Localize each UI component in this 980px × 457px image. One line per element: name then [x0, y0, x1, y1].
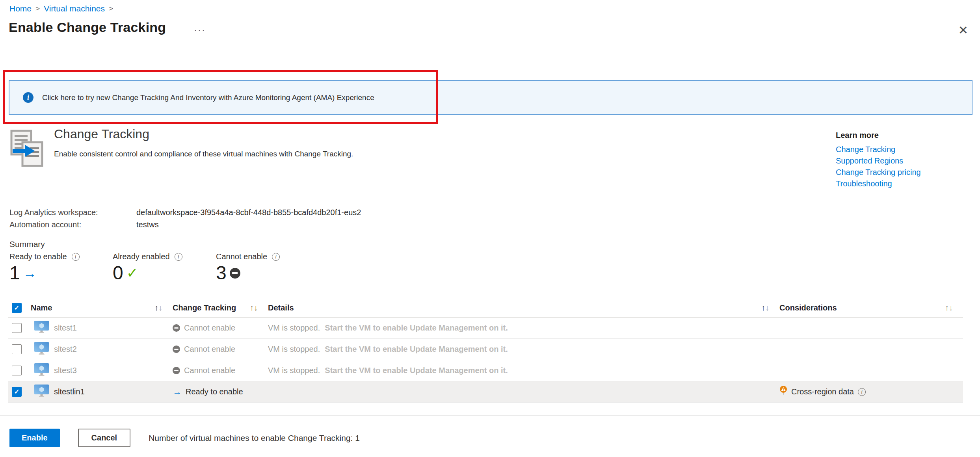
workspace-info: Log Analytics workspace: defaultworkspac…	[9, 206, 361, 231]
virtual-machine-icon	[34, 385, 49, 399]
learn-link-change-tracking-pricing[interactable]: Change Tracking pricing	[836, 167, 921, 178]
virtual-machine-icon	[34, 363, 49, 378]
log-analytics-workspace-value: defaultworkspace-3f954a4a-8cbf-448d-b855…	[136, 206, 361, 219]
enable-button[interactable]: Enable	[9, 429, 60, 447]
cross-region-warning-icon	[779, 386, 787, 398]
cannot-enable-icon	[173, 324, 180, 332]
info-icon[interactable]: i	[272, 253, 280, 261]
learn-more-panel: Learn more Change Tracking Supported Reg…	[836, 131, 921, 189]
virtual-machine-icon	[34, 321, 49, 336]
table-row-sltest3[interactable]: sltest3 Cannot enable VM is stopped. Sta…	[8, 360, 963, 381]
table-row-sltest1[interactable]: sltest1 Cannot enable VM is stopped. Sta…	[8, 318, 963, 339]
enabled-check-icon: ✓	[126, 266, 138, 280]
learn-more-title: Learn more	[836, 131, 921, 140]
change-tracking-status: Cannot enable	[184, 366, 235, 375]
table-row-sltestlin1[interactable]: ✓ sltestlin1 → Ready to enable Cross-reg…	[8, 381, 963, 403]
info-icon[interactable]: i	[175, 253, 182, 261]
more-options-icon[interactable]: ···	[194, 24, 206, 35]
change-tracking-status: Cannot enable	[184, 345, 235, 354]
change-tracking-status: Cannot enable	[184, 323, 235, 333]
info-icon[interactable]: i	[72, 253, 80, 261]
change-tracking-status: Ready to enable	[186, 387, 243, 396]
column-header-details[interactable]: Details	[268, 303, 294, 312]
summary-title: Summary	[9, 240, 45, 249]
column-header-considerations[interactable]: Considerations	[779, 303, 837, 312]
stat-cannot-value: 3	[216, 264, 227, 282]
table-row-sltest2[interactable]: sltest2 Cannot enable VM is stopped. Sta…	[8, 339, 963, 360]
footer-divider	[0, 415, 980, 416]
table-header-row: ✓ Name ↑↓ Change Tracking ↑↓ Details ↑↓ …	[8, 298, 963, 318]
section-description: Enable consistent control and compliance…	[54, 150, 353, 158]
consideration-text: Cross-region data	[791, 387, 854, 396]
close-icon[interactable]: ✕	[958, 24, 968, 36]
vm-name: sltestlin1	[54, 387, 85, 396]
details-text: VM is stopped.	[268, 366, 320, 375]
summary-stats: Ready to enable i 1 → Already enabled i …	[9, 252, 319, 282]
sort-icon[interactable]: ↑↓	[945, 303, 953, 312]
stat-cannot-enable: Cannot enable i 3	[216, 252, 319, 282]
sort-icon[interactable]: ↑↓	[250, 303, 258, 312]
row-checkbox[interactable]: ✓	[12, 387, 22, 397]
learn-link-change-tracking[interactable]: Change Tracking	[836, 144, 921, 155]
section-title: Change Tracking	[54, 127, 149, 141]
breadcrumb-virtual-machines-link[interactable]: Virtual machines	[44, 4, 105, 13]
breadcrumb-separator: >	[109, 4, 113, 13]
details-text: VM is stopped.	[268, 323, 320, 333]
cannot-enable-icon	[173, 346, 180, 353]
breadcrumb-separator: >	[35, 4, 40, 13]
row-checkbox[interactable]	[12, 366, 22, 375]
row-checkbox[interactable]	[12, 323, 22, 333]
row-checkbox[interactable]	[12, 344, 22, 354]
stat-enabled-value: 0	[113, 264, 123, 282]
footer-note: Number of virtual machines to enable Cha…	[149, 433, 360, 443]
stat-enabled-label: Already enabled	[113, 252, 170, 261]
learn-link-troubleshooting[interactable]: Troubleshooting	[836, 178, 921, 189]
cancel-button[interactable]: Cancel	[78, 429, 131, 447]
footer-bar: Enable Cancel Number of virtual machines…	[9, 429, 360, 447]
virtual-machine-icon	[34, 342, 49, 357]
sort-icon[interactable]: ↑↓	[154, 303, 162, 312]
vm-table: ✓ Name ↑↓ Change Tracking ↑↓ Details ↑↓ …	[8, 298, 963, 403]
automation-account-label: Automation account:	[9, 219, 136, 231]
vm-name: sltest1	[54, 323, 77, 333]
ama-experience-banner[interactable]: i Click here to try new Change Tracking …	[9, 80, 973, 115]
cannot-enable-icon	[173, 367, 180, 374]
select-all-checkbox[interactable]: ✓	[12, 303, 22, 313]
banner-text: Click here to try new Change Tracking An…	[42, 93, 374, 102]
column-header-name[interactable]: Name	[31, 303, 52, 312]
details-emphasis-text: Start the VM to enable Update Management…	[325, 323, 508, 333]
breadcrumb-home-link[interactable]: Home	[9, 4, 32, 13]
sort-icon[interactable]: ↑↓	[761, 303, 769, 312]
vm-name: sltest2	[54, 345, 77, 354]
info-icon[interactable]: i	[858, 388, 866, 396]
cannot-enable-icon	[230, 268, 240, 279]
ready-arrow-icon: →	[23, 266, 37, 280]
stat-ready-value: 1	[9, 264, 20, 282]
log-analytics-workspace-label: Log Analytics workspace:	[9, 206, 136, 219]
info-icon: i	[23, 92, 33, 103]
stat-ready-label: Ready to enable	[9, 252, 67, 261]
ready-arrow-icon: →	[173, 386, 182, 397]
details-emphasis-text: Start the VM to enable Update Management…	[325, 345, 508, 354]
details-text: VM is stopped.	[268, 345, 320, 354]
stat-ready-to-enable: Ready to enable i 1 →	[9, 252, 113, 282]
learn-link-supported-regions[interactable]: Supported Regions	[836, 155, 921, 167]
enable-change-tracking-page: Home > Virtual machines > Enable Change …	[0, 0, 980, 457]
column-header-change-tracking[interactable]: Change Tracking	[173, 303, 236, 312]
change-tracking-icon	[8, 129, 44, 169]
page-title: Enable Change Tracking	[9, 20, 166, 35]
automation-account-value: testws	[136, 219, 159, 231]
breadcrumb: Home > Virtual machines >	[9, 4, 113, 13]
vm-name: sltest3	[54, 366, 77, 375]
stat-cannot-label: Cannot enable	[216, 252, 267, 261]
details-emphasis-text: Start the VM to enable Update Management…	[325, 366, 508, 375]
stat-already-enabled: Already enabled i 0 ✓	[113, 252, 216, 282]
